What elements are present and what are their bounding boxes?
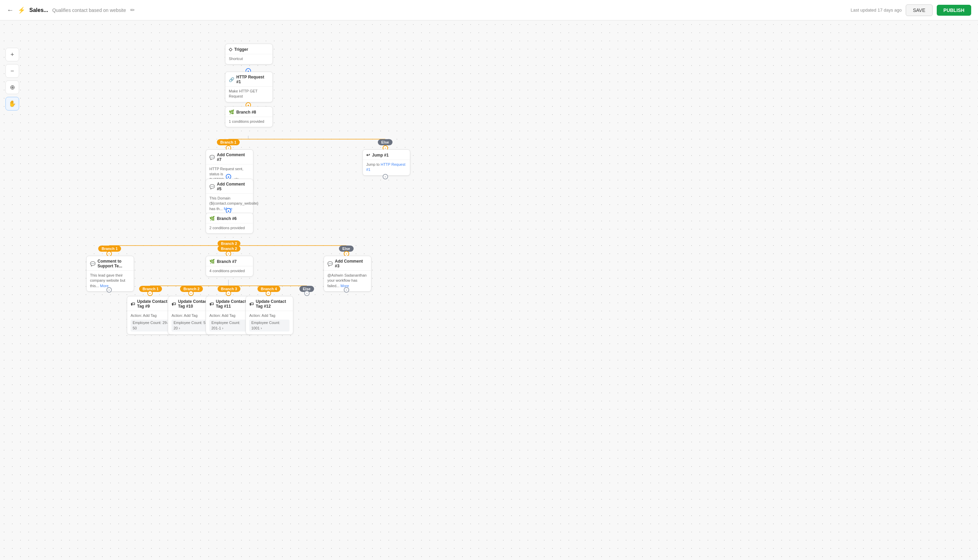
add-comment-7-title: Add Comment #7	[217, 152, 250, 162]
jump-1-icon: ↩	[366, 152, 370, 158]
http-request-1-body: Make HTTP GET Request	[225, 87, 272, 102]
add-comment-3-header: 💬 Add Comment #3	[324, 256, 371, 271]
http-icon: 🔗	[229, 77, 234, 82]
jump-1-body: Jump to HTTP Request #1	[363, 160, 410, 175]
else-label-top: Else	[378, 139, 393, 145]
connector-14[interactable]: +	[188, 290, 194, 296]
comment-support-title: Comment to Support Te...	[98, 259, 130, 268]
jump-1-title: Jump #1	[372, 153, 389, 158]
back-button[interactable]: ←	[7, 6, 13, 14]
branch-8-body: 1 conditions provided	[225, 117, 272, 127]
update-tag-12-node[interactable]: 🏷 Update Contact Tag #12 Action: Add Tag…	[245, 296, 293, 335]
add-comment-5-header: 💬 Add Comment #5	[206, 179, 253, 194]
connector-15[interactable]: +	[226, 290, 231, 296]
branch-8-header: 🌿 Branch #8	[225, 107, 272, 117]
branch-7-header: 🌿 Branch #7	[206, 256, 253, 267]
update-tag-11-icon: 🏷	[209, 302, 214, 307]
http-request-1-title: HTTP Request #1	[236, 75, 269, 84]
update-tag-11-title: Update Contact Tag #11	[216, 299, 250, 308]
update-tag-12-title: Update Contact Tag #12	[256, 299, 290, 308]
connector-16[interactable]: +	[266, 290, 271, 296]
add-comment-7-header: 💬 Add Comment #7	[206, 150, 253, 164]
fit-button[interactable]: ⊕	[5, 80, 19, 94]
branch-8-icon: 🌿	[229, 110, 234, 115]
add-comment-3-node[interactable]: 💬 Add Comment #3 @Ashwin Sadananthan you…	[323, 256, 372, 292]
connector-12[interactable]: +	[344, 287, 349, 293]
trigger-body: Shortcut	[225, 54, 272, 64]
add-comment-3-title: Add Comment #3	[335, 259, 368, 268]
update-tag-12-body: Action: Add Tag Employee Count: 1001 ›	[246, 311, 293, 334]
workflow-title: Sales...	[29, 7, 48, 13]
trigger-node[interactable]: ◇ Trigger Shortcut	[225, 44, 273, 65]
branch-1-label-top: Branch 1	[217, 139, 240, 145]
update-tag-9-icon: 🏷	[131, 302, 135, 307]
update-tag-9-title: Update Contact Tag #9	[137, 299, 171, 308]
comment-support-icon: 💬	[90, 261, 95, 267]
branch-2-header-label: Branch 2	[218, 240, 240, 247]
update-tag-12-icon: 🏷	[249, 302, 254, 307]
branch-6-node[interactable]: 🌿 Branch #6 2 conditions provided	[206, 213, 253, 233]
branch-6-header: 🌿 Branch #6	[206, 213, 253, 223]
connector-13[interactable]: +	[147, 290, 153, 296]
header-left: ← ⚡ Sales... Qualifies contact based on …	[7, 6, 851, 14]
workflow-subtitle: Qualifies contact based on website	[52, 8, 126, 13]
add-comment-7-icon: 💬	[209, 155, 215, 160]
branch-8-node[interactable]: 🌿 Branch #8 1 conditions provided	[225, 107, 273, 127]
add-comment-3-icon: 💬	[327, 261, 333, 267]
trigger-icon: ◇	[229, 47, 232, 52]
branch-6-body: 2 conditions provided	[206, 223, 253, 233]
workflow-canvas[interactable]: + − ⊕ ✋	[0, 20, 978, 560]
branch-7-body: 4 conditions provided	[206, 267, 253, 276]
header-right: Last updated 17 days ago SAVE PUBLISH	[851, 5, 971, 16]
branch-6-title: Branch #6	[217, 216, 237, 221]
comment-support-node[interactable]: 💬 Comment to Support Te... This lead gav…	[86, 256, 134, 292]
update-tag-10-icon: 🏷	[172, 302, 176, 307]
jump-1-header: ↩ Jump #1	[363, 150, 410, 160]
last-updated-text: Last updated 17 days ago	[851, 8, 902, 13]
connector-11[interactable]: +	[107, 287, 112, 293]
branch-7-title: Branch #7	[217, 259, 237, 264]
jump-1-node[interactable]: ↩ Jump #1 Jump to HTTP Request #1	[363, 149, 410, 176]
branch-7-icon: 🌿	[209, 259, 215, 264]
update-tag-9-node[interactable]: 🏷 Update Contact Tag #9 Action: Add Tag …	[127, 296, 175, 335]
connector-17[interactable]: +	[304, 290, 310, 296]
hand-tool-button[interactable]: ✋	[5, 97, 19, 110]
trigger-node-header: ◇ Trigger	[225, 44, 272, 54]
trigger-title: Trigger	[234, 47, 248, 52]
http-request-1-node[interactable]: 🔗 HTTP Request #1 Make HTTP GET Request	[225, 72, 273, 102]
zoom-out-button[interactable]: −	[5, 64, 19, 78]
http-request-1-header: 🔗 HTTP Request #1	[225, 72, 272, 87]
branch-6-icon: 🌿	[209, 216, 215, 221]
comment-support-header: 💬 Comment to Support Te...	[87, 256, 134, 271]
branch-7-node[interactable]: 🌿 Branch #7 4 conditions provided	[206, 256, 253, 277]
update-tag-9-header: 🏷 Update Contact Tag #9	[127, 297, 174, 311]
edit-button[interactable]: ✏	[130, 7, 135, 13]
add-comment-5-title: Add Comment #5	[217, 182, 250, 191]
update-tag-12-header: 🏷 Update Contact Tag #12	[246, 297, 293, 311]
zoom-in-button[interactable]: +	[5, 48, 19, 62]
header: ← ⚡ Sales... Qualifies contact based on …	[0, 0, 978, 20]
publish-button[interactable]: PUBLISH	[937, 5, 971, 16]
flow-container: ◇ Trigger Shortcut ● 🔗 HTTP Request #1 M…	[0, 20, 978, 559]
toolbar: + − ⊕ ✋	[5, 48, 19, 110]
branch-8-title: Branch #8	[236, 110, 256, 115]
workflow-icon: ⚡	[18, 7, 25, 14]
connector-6[interactable]: +	[383, 174, 388, 179]
update-tag-9-body: Action: Add Tag Employee Count: 29-50	[127, 311, 174, 334]
save-button[interactable]: SAVE	[906, 5, 932, 16]
add-comment-5-icon: 💬	[209, 184, 215, 189]
